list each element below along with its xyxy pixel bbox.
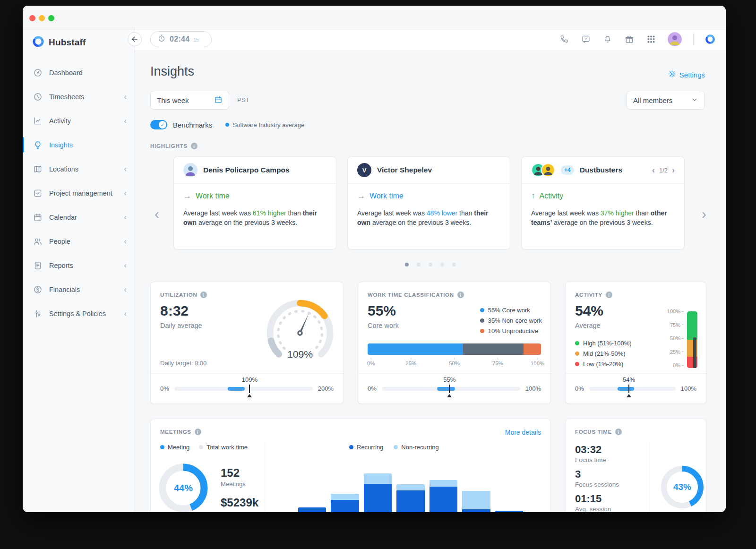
activity-title: ACTIVITY i: [575, 292, 612, 298]
settings-link[interactable]: Settings: [668, 70, 705, 79]
chevron-collapse-icon: ‹: [124, 117, 127, 125]
carousel-dot[interactable]: [429, 263, 432, 266]
legend-item: Mid (21%-50%): [575, 350, 632, 357]
benchmark-legend-label: Software Industry average: [232, 121, 304, 129]
chevron-collapse-icon: ‹: [124, 309, 127, 317]
benchmark-legend: Software Industry average: [225, 121, 304, 129]
benchmarks-toggle[interactable]: ✓: [150, 120, 167, 129]
hubstaff-mark-icon[interactable]: [705, 34, 715, 44]
pagination-prev-icon[interactable]: ‹: [652, 166, 655, 174]
activity-benchmark-slider: 0% 54% 100%: [566, 373, 706, 403]
legend-dot-icon: [349, 445, 353, 449]
user-avatar[interactable]: [668, 32, 682, 46]
sidebar-item-timesheets[interactable]: Timesheets ‹: [23, 85, 134, 109]
card-title-text: ACTIVITY: [575, 292, 602, 298]
axis-tick-label: 50%: [449, 358, 460, 366]
slider-track-area[interactable]: 54%: [589, 374, 676, 403]
metric-label[interactable]: Activity: [540, 192, 564, 200]
sidebar-item-reports[interactable]: Reports ‹: [23, 253, 134, 277]
slider-track-area[interactable]: 55%: [382, 374, 520, 403]
info-icon[interactable]: i: [606, 292, 612, 298]
more-details-link[interactable]: More details: [505, 429, 541, 436]
minimize-window-button[interactable]: [39, 15, 45, 21]
text-suffix: average on the previous 3 weeks.: [197, 219, 297, 226]
sidebar-item-calendar[interactable]: Calendar ‹: [23, 205, 134, 229]
team-avatars: [531, 163, 555, 177]
slider-track-area[interactable]: 109%: [174, 374, 313, 403]
macos-titlebar: [23, 6, 726, 27]
slider-max-label: 200%: [318, 385, 334, 392]
meeting-bar: [462, 491, 490, 512]
activity-average-value: 54%: [575, 303, 603, 319]
sidebar-item-settings-policies[interactable]: Settings & Policies ‹: [23, 301, 134, 326]
close-window-button[interactable]: [29, 15, 35, 21]
gift-icon[interactable]: [624, 34, 635, 44]
sliders-icon: [33, 309, 43, 318]
sidebar-item-project-management[interactable]: Project management ‹: [23, 181, 134, 205]
timer-widget[interactable]: 02:44 15: [150, 31, 212, 47]
legend-dot-icon: [575, 362, 579, 366]
members-value: All members: [633, 96, 672, 104]
value-tick: [449, 385, 450, 393]
highlights-section-label: HIGHLIGHTS i: [150, 143, 198, 149]
apps-grid-icon[interactable]: [646, 34, 656, 44]
meetings-count-label: Meetings: [221, 480, 258, 488]
date-range-value: This week: [157, 96, 189, 104]
avg-session-label: Avg. session: [575, 505, 619, 512]
more-members-badge[interactable]: +4: [561, 165, 574, 175]
focus-time-label: Focus time: [575, 456, 619, 464]
zoom-window-button[interactable]: [48, 15, 54, 21]
help-icon[interactable]: ?: [581, 34, 591, 44]
card-divider: [265, 443, 265, 512]
chevron-collapse-icon: ‹: [124, 213, 127, 221]
section-title: HIGHLIGHTS: [150, 143, 188, 149]
info-icon[interactable]: i: [200, 292, 207, 298]
carousel-dot[interactable]: [452, 263, 456, 266]
info-icon[interactable]: i: [191, 143, 198, 149]
timer-value: 02:44: [170, 35, 189, 43]
legend-label: High (51%-100%): [583, 340, 632, 347]
carousel-dot[interactable]: [405, 263, 409, 266]
sidebar-item-financials[interactable]: Financials ‹: [23, 277, 134, 301]
benchmarks-label: Benchmarks: [173, 121, 212, 129]
info-icon[interactable]: i: [195, 429, 201, 435]
recurring-segment: [430, 487, 457, 512]
metric-label[interactable]: Work time: [369, 192, 404, 200]
avatar: [183, 163, 198, 177]
benchmark-dot-icon: [225, 123, 229, 127]
sidebar-item-insights[interactable]: Insights: [23, 133, 134, 157]
classification-legend: 55% Core work 35% Non-core work 10% Unpr…: [480, 307, 542, 335]
non-recurring-segment: [462, 491, 490, 509]
carousel-dot[interactable]: [417, 263, 421, 266]
date-range-select[interactable]: This week: [150, 91, 229, 110]
focus-title: FOCUS TIME i: [575, 429, 622, 435]
meetings-bar-chart: [298, 460, 523, 512]
back-button[interactable]: [128, 32, 142, 46]
info-icon[interactable]: i: [615, 429, 622, 435]
sidebar-item-label: Reports: [49, 262, 124, 269]
carousel-dot[interactable]: [440, 263, 444, 266]
hubstaff-brand[interactable]: Hubstaff: [23, 27, 134, 50]
sidebar-item-activity[interactable]: Activity ‹: [23, 109, 134, 133]
bell-icon[interactable]: [602, 34, 613, 44]
carousel-next-icon[interactable]: ›: [702, 207, 706, 221]
pagination-next-icon[interactable]: ›: [672, 166, 675, 174]
carousel-dots[interactable]: [135, 263, 726, 266]
metric-label[interactable]: Work time: [196, 192, 230, 200]
map-icon: [33, 164, 43, 174]
utilization-title: UTILIZATION i: [160, 292, 207, 298]
info-icon[interactable]: i: [457, 292, 464, 298]
highlight-card-victor: V Victor Shepelev → Work time Average la…: [347, 156, 510, 249]
highlight-card-body: ↑ Activity Average last week was 37% hig…: [522, 184, 684, 228]
chevron-collapse-icon: ‹: [124, 93, 127, 101]
card-divider: [650, 443, 650, 512]
members-select[interactable]: All members: [627, 91, 705, 110]
arrow-right-icon: →: [357, 191, 365, 201]
phone-icon[interactable]: [559, 34, 569, 44]
sidebar-item-dashboard[interactable]: Dashboard: [23, 60, 134, 85]
sidebar-item-people[interactable]: People ‹: [23, 229, 134, 253]
sidebar-item-locations[interactable]: Locations ‹: [23, 157, 134, 181]
carousel-prev-icon[interactable]: ‹: [155, 207, 159, 221]
focus-stats: 03:32 Focus time 3 Focus sessions 01:15 …: [575, 444, 619, 512]
legend-item: 10% Unproductive: [480, 327, 542, 335]
